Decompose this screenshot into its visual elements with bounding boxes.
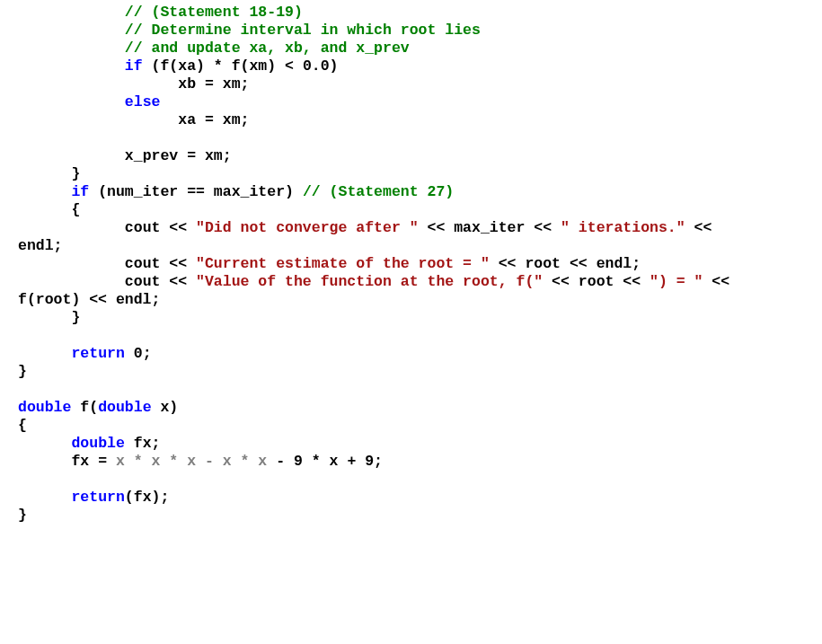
code-text: endl; xyxy=(18,237,63,254)
code-line: if (num_iter == max_iter) // (Statement … xyxy=(18,183,454,200)
code-text: xb = xm; xyxy=(178,75,249,93)
code-line: // Determine interval in which root lies xyxy=(18,22,481,39)
code-text: f( xyxy=(71,399,98,416)
number-literal: 0.0 xyxy=(303,57,330,75)
string-literal: "Current estimate of the root = " xyxy=(196,255,490,272)
code-text: << root << endl; xyxy=(490,255,641,272)
code-text: (fx); xyxy=(125,489,170,506)
code-line xyxy=(18,327,27,344)
code-line xyxy=(18,129,27,146)
code-line: return(fx); xyxy=(18,489,169,506)
code-line: cout << "Value of the function at the ro… xyxy=(18,273,729,290)
code-text: << xyxy=(703,273,729,290)
code-line: if (f(xa) * f(xm) < 0.0) xyxy=(18,57,339,75)
code-line: return 0; xyxy=(18,345,152,362)
code-line: { xyxy=(18,201,80,218)
code-line: f(root) << endl; xyxy=(18,291,160,308)
code-block: // (Statement 18-19) // Determine interv… xyxy=(18,4,822,525)
keyword-return: return xyxy=(71,489,124,506)
comment: // (Statement 18-19) xyxy=(125,4,303,21)
string-literal: "Did not converge after " xyxy=(196,219,419,236)
code-line: } xyxy=(18,309,80,326)
string-literal: ") = " xyxy=(650,273,703,290)
code-line: } xyxy=(18,363,27,380)
code-text: fx; xyxy=(125,435,161,452)
code-text: << max_iter << xyxy=(419,219,561,236)
code-line: // and update xa, xb, and x_prev xyxy=(18,40,410,57)
code-line: cout << "Current estimate of the root = … xyxy=(18,255,641,272)
code-line: x_prev = xm; xyxy=(18,147,232,164)
keyword-double: double xyxy=(98,399,151,416)
code-text-dim: x * x * x - x * x xyxy=(116,453,267,470)
brace: } xyxy=(18,507,27,524)
string-literal: " iterations." xyxy=(561,219,685,236)
string-literal: "Value of the function at the root, f(" xyxy=(196,273,543,290)
keyword-double: double xyxy=(18,399,71,416)
keyword-if: if xyxy=(71,183,89,200)
brace: { xyxy=(71,201,80,218)
keyword-if: if xyxy=(125,57,143,75)
code-text: (num_iter == max_iter) xyxy=(89,183,303,200)
brace: } xyxy=(18,363,27,380)
code-text: (f(xa) * f(xm) < xyxy=(143,57,303,75)
keyword-else: else xyxy=(125,93,161,110)
code-line: fx = x * x * x - x * x - 9 * x + 9; xyxy=(18,453,383,470)
keyword-double: double xyxy=(71,435,124,452)
code-text: xa = xm; xyxy=(178,111,249,128)
code-text: f(root) << endl; xyxy=(18,291,160,308)
code-text: << xyxy=(685,219,712,236)
code-line: xa = xm; xyxy=(18,111,249,128)
code-text: cout << xyxy=(125,219,196,236)
code-line xyxy=(18,381,27,398)
code-text: cout << xyxy=(125,255,196,272)
code-text: x_prev = xm; xyxy=(125,147,232,164)
comment: // (Statement 27) xyxy=(303,183,454,200)
code-text: x) xyxy=(152,399,179,416)
comment: // and update xa, xb, and x_prev xyxy=(125,40,410,57)
code-text: fx = xyxy=(71,453,116,470)
code-line: double fx; xyxy=(18,435,160,452)
code-line: cout << "Did not converge after " << max… xyxy=(18,219,712,236)
code-line: else xyxy=(18,93,160,110)
code-text: ) xyxy=(330,57,339,75)
code-line: } xyxy=(18,507,27,524)
code-line: // (Statement 18-19) xyxy=(18,4,303,21)
code-line: { xyxy=(18,417,27,434)
brace: } xyxy=(71,309,80,326)
code-line xyxy=(18,471,27,488)
keyword-return: return xyxy=(71,345,124,362)
code-line: double f(double x) xyxy=(18,399,178,416)
code-text: 0; xyxy=(125,345,152,362)
code-text: - 9 * x + 9; xyxy=(267,453,383,470)
code-line: xb = xm; xyxy=(18,75,249,93)
code-text: cout << xyxy=(125,273,196,290)
code-line: endl; xyxy=(18,237,63,254)
code-line: } xyxy=(18,165,80,182)
brace: { xyxy=(18,417,27,434)
code-text: << root << xyxy=(543,273,650,290)
brace: } xyxy=(71,165,80,182)
comment: // Determine interval in which root lies xyxy=(125,22,481,39)
